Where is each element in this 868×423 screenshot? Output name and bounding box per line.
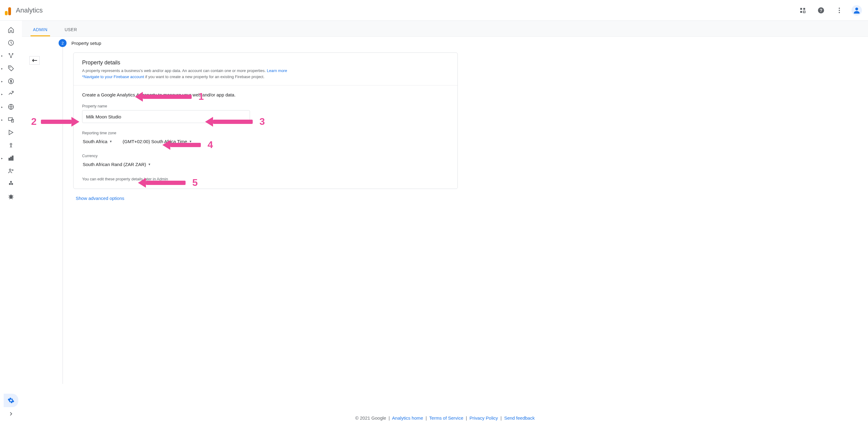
nav-events[interactable] — [2, 126, 20, 139]
svg-point-24 — [9, 169, 11, 171]
card-section-title: Property details — [82, 60, 449, 66]
currency-select[interactable]: South African Rand (ZAR ZAR)▼ — [82, 160, 449, 169]
currency-label: Currency — [82, 154, 449, 158]
nav-lifecycle[interactable]: ▸ — [2, 50, 17, 62]
nav-demographics[interactable]: ▸ — [2, 101, 17, 113]
footer-link-privacy[interactable]: Privacy Policy — [469, 415, 498, 421]
nav-monetization[interactable]: ▸ $ — [2, 75, 17, 87]
step-header: 2 Property setup — [59, 39, 868, 47]
product-name: Analytics — [16, 6, 43, 14]
apps-icon[interactable] — [797, 4, 809, 17]
svg-point-6 — [839, 8, 840, 9]
svg-rect-21 — [9, 158, 10, 160]
admin-tabs: ADMIN USER — [22, 21, 868, 37]
account-avatar[interactable] — [851, 5, 862, 16]
step-number-badge: 2 — [59, 39, 66, 47]
svg-rect-22 — [10, 157, 11, 160]
learn-more-link[interactable]: Learn more — [267, 68, 287, 73]
svg-point-13 — [10, 57, 11, 58]
nav-rail: ▸ ▸ ▸ $ ▸ ▸ ▸ ▸ — [0, 21, 22, 423]
nav-tech[interactable]: ▸ — [2, 114, 17, 126]
show-advanced-options-link[interactable]: Show advanced options — [76, 195, 124, 201]
back-button[interactable] — [29, 56, 40, 65]
edit-note: You can edit these property details late… — [82, 177, 449, 181]
svg-rect-23 — [12, 156, 13, 160]
nav-expand-icon[interactable] — [4, 407, 18, 421]
svg-rect-3 — [803, 11, 805, 13]
card-intro: Create a Google Analytics 4 property to … — [82, 92, 449, 97]
svg-point-8 — [839, 12, 840, 13]
property-details-card: Property details A property represents a… — [73, 53, 458, 189]
svg-point-28 — [9, 195, 12, 199]
svg-rect-26 — [9, 183, 11, 185]
timezone-value-select[interactable]: (GMT+02:00) South Africa Time▼ — [122, 137, 193, 146]
nav-realtime[interactable] — [2, 37, 20, 49]
nav-custom[interactable] — [2, 178, 20, 190]
help-icon[interactable]: ? — [815, 4, 827, 17]
nav-audiences[interactable] — [2, 165, 20, 177]
app-header: Analytics ? — [0, 0, 868, 21]
logo[interactable]: Analytics — [5, 5, 43, 15]
card-description: A property represents a business's web a… — [82, 68, 449, 80]
more-vert-icon[interactable] — [833, 4, 845, 17]
property-name-input[interactable] — [82, 110, 250, 123]
timezone-country-select[interactable]: South Africa▼ — [82, 137, 113, 146]
analytics-logo-icon — [5, 5, 11, 15]
svg-rect-0 — [800, 8, 802, 10]
svg-rect-2 — [800, 11, 802, 13]
page-footer: © 2021 Google | Analytics home | Terms o… — [22, 415, 868, 421]
svg-rect-27 — [11, 183, 13, 185]
tab-admin[interactable]: ADMIN — [31, 27, 50, 36]
nav-admin[interactable] — [4, 394, 18, 407]
firebase-link[interactable]: *Navigate to your Firebase account — [82, 74, 144, 79]
step-title: Property setup — [71, 40, 101, 46]
property-name-label: Property name — [82, 104, 449, 108]
svg-point-25 — [10, 181, 11, 182]
content-area: ADMIN USER 2 Property setup Property det… — [22, 21, 868, 423]
footer-link-home[interactable]: Analytics home — [392, 415, 423, 421]
svg-point-9 — [855, 7, 858, 10]
footer-link-feedback[interactable]: Send feedback — [504, 415, 535, 421]
footer-link-tos[interactable]: Terms of Service — [429, 415, 463, 421]
timezone-label: Reporting time zone — [82, 131, 449, 135]
nav-conversions[interactable] — [2, 139, 20, 151]
footer-copyright: © 2021 Google — [355, 415, 386, 421]
nav-debug[interactable] — [2, 190, 20, 203]
svg-point-14 — [9, 67, 10, 68]
nav-tags[interactable]: ▸ — [2, 62, 17, 74]
tab-user[interactable]: USER — [62, 27, 80, 36]
svg-text:?: ? — [820, 8, 823, 13]
nav-explore[interactable]: ▸ — [2, 152, 17, 164]
svg-point-20 — [10, 144, 12, 145]
svg-rect-1 — [803, 8, 805, 10]
nav-retention[interactable]: ▸ — [2, 88, 17, 100]
nav-home[interactable] — [2, 24, 20, 36]
svg-text:$: $ — [10, 80, 12, 83]
svg-point-7 — [839, 10, 840, 11]
